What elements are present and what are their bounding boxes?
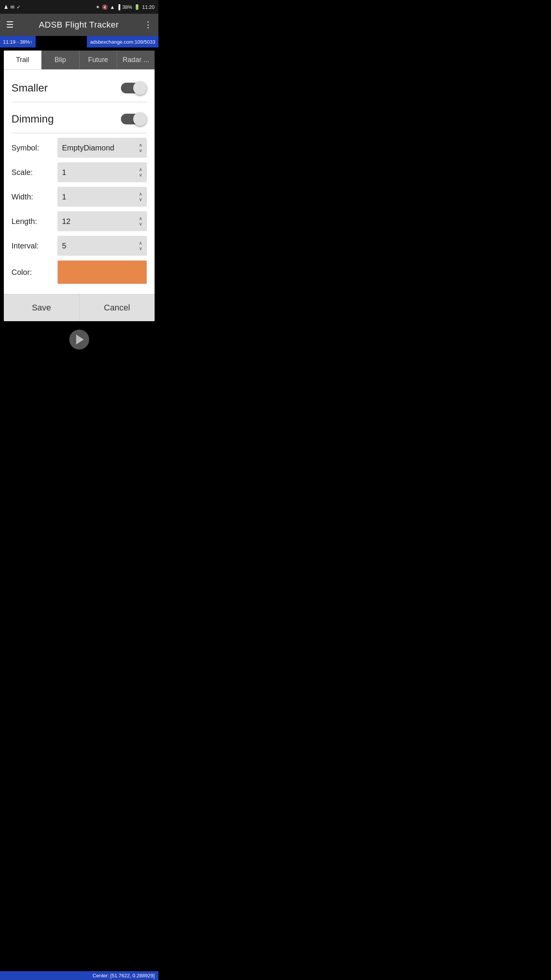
- cancel-button[interactable]: Cancel: [80, 294, 155, 321]
- dimming-toggle[interactable]: [121, 112, 147, 126]
- scale-value: 1: [62, 168, 66, 177]
- symbol-row: Symbol: EmptyDiamond ∧ ∨: [11, 138, 147, 158]
- wifi-icon: ▲: [110, 4, 115, 10]
- save-button[interactable]: Save: [4, 294, 80, 321]
- scale-row: Scale: 1 ∧ ∨: [11, 162, 147, 182]
- color-swatch[interactable]: [57, 260, 147, 284]
- status-bar: ♟ ✉ ✓ ✶ 🔇 ▲ ▐ 38% 🔋 11:20: [0, 0, 158, 14]
- toggle-thumb: [133, 81, 147, 95]
- length-row: Length: 12 ∧ ∨: [11, 211, 147, 231]
- interval-down-arrow[interactable]: ∨: [139, 246, 142, 251]
- app-bar: ☰ ADSB Flight Tracker ⋮: [0, 14, 158, 36]
- info-bar-left-text: 11:19 - 38%↑: [0, 36, 36, 47]
- scale-spinner[interactable]: ∧ ∨: [139, 167, 142, 177]
- width-spinner[interactable]: ∧ ∨: [139, 192, 142, 202]
- interval-spinner[interactable]: ∧ ∨: [139, 241, 142, 251]
- separator-2: [11, 133, 147, 133]
- tab-radar[interactable]: Radar ...: [117, 51, 155, 69]
- tab-bar: Trail Blip Future Radar ...: [4, 51, 155, 70]
- interval-value: 5: [62, 242, 66, 250]
- length-down-arrow[interactable]: ∨: [139, 222, 142, 226]
- battery-percent: 38%: [122, 4, 132, 10]
- mail-icon: ✉: [10, 4, 15, 10]
- clock: 11:20: [142, 4, 155, 10]
- smaller-toggle-row: Smaller: [11, 76, 147, 100]
- status-right: ✶ 🔇 ▲ ▐ 38% 🔋 11:20: [96, 4, 155, 10]
- symbol-spinner[interactable]: ∧ ∨: [139, 143, 142, 153]
- scale-down-arrow[interactable]: ∨: [139, 173, 142, 177]
- bluetooth-icon: ✶: [96, 4, 100, 10]
- smaller-toggle[interactable]: [121, 81, 147, 95]
- status-left: ♟ ✉ ✓: [4, 4, 21, 10]
- hamburger-menu-icon[interactable]: ☰: [6, 20, 14, 30]
- width-label: Width:: [11, 193, 57, 201]
- tab-blip[interactable]: Blip: [42, 51, 80, 69]
- symbol-value: EmptyDiamond: [62, 144, 114, 152]
- width-control[interactable]: 1 ∧ ∨: [57, 187, 147, 207]
- tab-future[interactable]: Future: [80, 51, 117, 69]
- width-down-arrow[interactable]: ∨: [139, 197, 142, 202]
- dimming-toggle-thumb: [133, 112, 147, 126]
- tab-trail[interactable]: Trail: [4, 51, 42, 69]
- settings-dialog: Trail Blip Future Radar ... Smaller Dimm…: [4, 51, 155, 321]
- color-row: Color:: [11, 260, 147, 284]
- length-control[interactable]: 12 ∧ ∨: [57, 211, 147, 231]
- nav-bar: [0, 324, 158, 353]
- person-icon: ♟: [4, 4, 8, 10]
- symbol-up-arrow[interactable]: ∧: [139, 143, 142, 147]
- scale-up-arrow[interactable]: ∧: [139, 167, 142, 172]
- more-options-icon[interactable]: ⋮: [144, 20, 152, 30]
- dimming-toggle-row: Dimming: [11, 107, 147, 131]
- check-icon: ✓: [16, 4, 21, 10]
- tab-content: Smaller Dimming Symbol: EmptyDiamond ∧: [4, 70, 155, 294]
- scale-label: Scale:: [11, 168, 57, 177]
- symbol-down-arrow[interactable]: ∨: [139, 148, 142, 153]
- smaller-label: Smaller: [11, 82, 48, 94]
- length-up-arrow[interactable]: ∧: [139, 216, 142, 221]
- width-value: 1: [62, 193, 66, 201]
- signal-icon: ▐: [117, 4, 120, 10]
- battery-icon: 🔋: [134, 4, 140, 10]
- separator-1: [11, 102, 147, 102]
- info-bar: 11:19 - 38%↑ adsbexchange.com:109/5033: [0, 36, 158, 47]
- width-up-arrow[interactable]: ∧: [139, 192, 142, 196]
- interval-label: Interval:: [11, 242, 57, 250]
- interval-up-arrow[interactable]: ∧: [139, 241, 142, 245]
- color-label: Color:: [11, 268, 57, 277]
- length-spinner[interactable]: ∧ ∨: [139, 216, 142, 226]
- width-row: Width: 1 ∧ ∨: [11, 187, 147, 207]
- symbol-label: Symbol:: [11, 144, 57, 152]
- length-value: 12: [62, 217, 70, 226]
- interval-control[interactable]: 5 ∧ ∨: [57, 236, 147, 256]
- info-bar-right-text: adsbexchange.com:109/5033: [87, 36, 158, 47]
- length-label: Length:: [11, 217, 57, 226]
- scale-control[interactable]: 1 ∧ ∨: [57, 162, 147, 182]
- nav-play-button[interactable]: [69, 330, 89, 350]
- app-title: ADSB Flight Tracker: [39, 20, 119, 30]
- interval-row: Interval: 5 ∧ ∨: [11, 236, 147, 256]
- symbol-control[interactable]: EmptyDiamond ∧ ∨: [57, 138, 147, 158]
- mute-icon: 🔇: [102, 4, 108, 10]
- action-buttons: Save Cancel: [4, 294, 155, 321]
- dimming-label: Dimming: [11, 113, 54, 125]
